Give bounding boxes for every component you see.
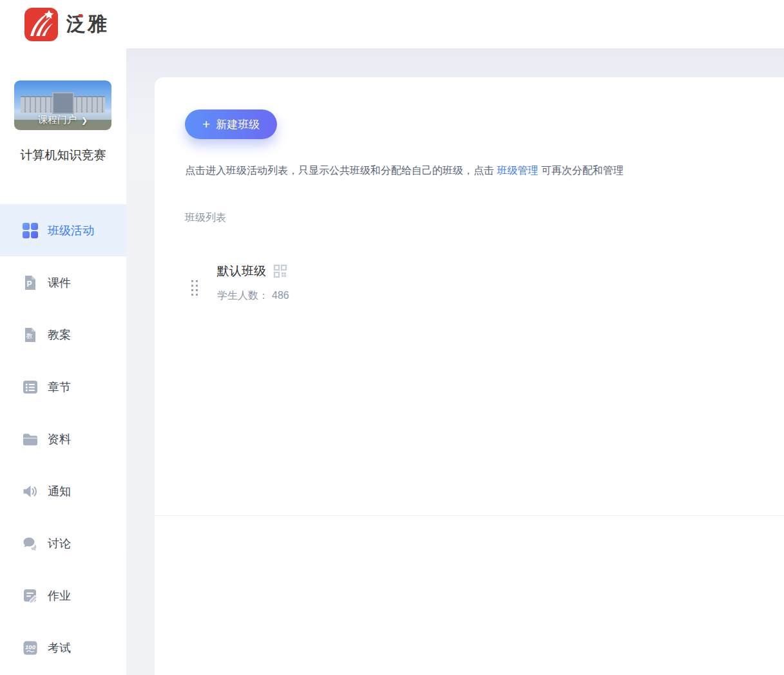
grid-icon xyxy=(22,222,39,239)
brand-red-dot xyxy=(79,14,82,17)
student-count-line: 学生人数：486 xyxy=(217,289,289,303)
student-count-value: 486 xyxy=(272,290,289,301)
sidebar-item-label: 作业 xyxy=(48,588,71,604)
homework-pencil-icon xyxy=(22,587,39,604)
new-class-button-label: 新建班级 xyxy=(216,117,260,132)
plus-icon: + xyxy=(202,117,210,131)
svg-text:教: 教 xyxy=(26,332,33,339)
sidebar-item-discussion[interactable]: 讨论 xyxy=(0,517,126,569)
sidebar-item-notices[interactable]: 通知 xyxy=(0,465,126,517)
svg-text:100: 100 xyxy=(25,643,36,650)
sidebar-item-label: 课件 xyxy=(48,275,71,290)
chapters-list-icon xyxy=(22,379,39,395)
sidebar-item-exams[interactable]: 100 考试 xyxy=(0,622,126,674)
qr-code-icon[interactable] xyxy=(273,264,287,278)
class-name: 默认班级 xyxy=(217,263,266,280)
sidebar-item-lesson-plans[interactable]: 教 教案 xyxy=(0,309,126,361)
sidebar-item-courseware[interactable]: P 课件 xyxy=(0,256,126,309)
sidebar-item-label: 资料 xyxy=(48,432,71,447)
course-portal-link[interactable]: 课程门户 ❯ xyxy=(14,114,111,126)
discussion-chat-icon xyxy=(22,535,39,552)
course-title: 计算机知识竞赛 xyxy=(0,145,126,165)
sidebar-item-label: 考试 xyxy=(48,640,71,656)
class-list-description: 点击进入班级活动列表，只显示公共班级和分配给自己的班级，点击 班级管理 可再次分… xyxy=(185,163,624,178)
brand-name: 泛雅 xyxy=(66,11,109,37)
new-class-button[interactable]: + 新建班级 xyxy=(185,109,277,139)
sidebar-item-chapters[interactable]: 章节 xyxy=(0,361,126,413)
notice-speaker-icon xyxy=(22,483,39,500)
page: 泛雅 课程门户 ❯ 计算机知识竞赛 xyxy=(0,0,784,675)
class-row-default[interactable]: 默认班级 xyxy=(155,256,784,321)
materials-folder-icon xyxy=(22,431,39,448)
class-list-label: 班级列表 xyxy=(185,211,226,225)
brand-logo[interactable]: 泛雅 xyxy=(24,8,109,41)
courseware-doc-icon: P xyxy=(22,274,39,291)
lesson-plan-doc-icon: 教 xyxy=(22,327,39,343)
class-activities-panel: + 新建班级 点击进入班级活动列表，只显示公共班级和分配给自己的班级，点击 班级… xyxy=(155,77,784,675)
sidebar-item-class-activities[interactable]: 班级活动 xyxy=(0,204,126,256)
sidebar-item-label: 讨论 xyxy=(48,536,71,551)
svg-text:P: P xyxy=(26,280,32,289)
drag-handle-icon[interactable] xyxy=(191,280,198,296)
fanya-comet-star-icon xyxy=(24,8,58,41)
class-manage-link[interactable]: 班级管理 xyxy=(497,165,538,176)
course-sidebar: 课程门户 ❯ 计算机知识竞赛 xyxy=(0,48,126,675)
top-header: 泛雅 xyxy=(0,0,784,48)
row-divider xyxy=(155,515,784,516)
sidebar-item-homework[interactable]: 作业 xyxy=(0,569,126,622)
sidebar-menu: 班级活动 P 课件 教 xyxy=(0,204,126,674)
student-count-label: 学生人数： xyxy=(217,290,269,301)
sidebar-item-label: 班级活动 xyxy=(48,223,94,238)
sidebar-item-label: 教案 xyxy=(48,327,71,343)
sidebar-item-label: 通知 xyxy=(48,484,71,499)
sidebar-item-label: 章节 xyxy=(48,379,71,395)
sidebar-item-materials[interactable]: 资料 xyxy=(0,413,126,465)
exam-100-icon: 100 xyxy=(22,640,39,656)
course-portal-card[interactable]: 课程门户 ❯ xyxy=(14,81,111,130)
chevron-right-icon: ❯ xyxy=(81,117,88,124)
